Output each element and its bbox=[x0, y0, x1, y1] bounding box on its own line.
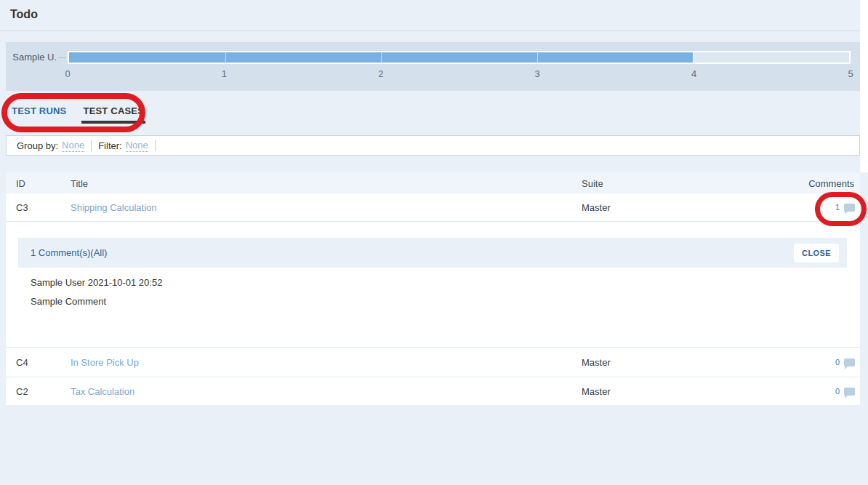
case-title-link[interactable]: Shipping Calculation bbox=[71, 202, 157, 213]
track-gridline bbox=[537, 52, 538, 63]
test-cases-table: ID Title Suite Comments C3 Shipping Calc… bbox=[6, 172, 860, 405]
filter-label: Filter: bbox=[98, 140, 122, 151]
filter-toolbar: Group by: None Filter: None bbox=[6, 135, 860, 156]
tab-bar: TEST RUNS TEST CASES bbox=[10, 105, 145, 124]
track-gridline bbox=[225, 52, 226, 63]
todo-page: Todo Sample U. 012345 TEST RUNS TEST CAS… bbox=[0, 0, 868, 485]
page-header: Todo bbox=[0, 0, 868, 31]
comment-indicator[interactable]: 0 bbox=[835, 387, 855, 396]
comment-bubble-icon bbox=[844, 204, 855, 212]
case-suite: Master bbox=[582, 202, 611, 213]
right-gutter bbox=[860, 0, 868, 172]
track-gridline bbox=[381, 52, 382, 63]
progress-chart: Sample U. 012345 bbox=[6, 42, 860, 91]
group-by-label: Group by: bbox=[17, 140, 58, 151]
case-id: C4 bbox=[16, 357, 28, 368]
x-axis-tick-label: 2 bbox=[378, 68, 383, 79]
x-axis-tick-label: 3 bbox=[535, 68, 540, 79]
toolbar-divider bbox=[91, 140, 92, 151]
case-suite: Master bbox=[582, 357, 611, 368]
comment-panel-title: 1 Comment(s)(All) bbox=[31, 247, 107, 258]
comment-bubble-icon bbox=[844, 388, 855, 396]
column-header-suite: Suite bbox=[582, 177, 603, 188]
x-axis-tick-label: 0 bbox=[65, 68, 70, 79]
case-title-link[interactable]: In Store Pick Up bbox=[71, 357, 139, 368]
comment-bubble-icon bbox=[844, 358, 855, 366]
x-axis-tick-label: 4 bbox=[691, 68, 696, 79]
column-header-title: Title bbox=[71, 177, 88, 188]
comment-body-text: Sample Comment bbox=[31, 296, 106, 307]
table-row: C4 In Store Pick Up Master 0 bbox=[6, 347, 860, 377]
table-row: C2 Tax Calculation Master 0 bbox=[6, 377, 860, 405]
comment-count: 1 bbox=[835, 203, 840, 212]
page-title: Todo bbox=[10, 8, 38, 21]
comment-author-line: Sample User 2021-10-01 20:52 bbox=[31, 277, 162, 288]
case-suite: Master bbox=[582, 386, 611, 397]
case-id: C3 bbox=[16, 202, 28, 213]
group-by-link[interactable]: None bbox=[62, 140, 84, 152]
x-axis-tick-label: 5 bbox=[848, 68, 853, 79]
column-header-id: ID bbox=[16, 177, 25, 188]
toolbar-divider bbox=[155, 140, 156, 151]
close-button[interactable]: CLOSE bbox=[794, 244, 839, 262]
track-gridline bbox=[693, 52, 694, 63]
case-title-link[interactable]: Tax Calculation bbox=[71, 386, 134, 397]
comment-count: 0 bbox=[835, 387, 840, 396]
column-header-comments: Comments bbox=[808, 177, 854, 188]
chart-category-label: Sample U. bbox=[6, 52, 57, 63]
comment-indicator[interactable]: 0 bbox=[835, 358, 855, 366]
case-id: C2 bbox=[16, 386, 28, 397]
comment-panel-header: 1 Comment(s)(All) CLOSE bbox=[18, 238, 847, 268]
table-header: ID Title Suite Comments bbox=[6, 172, 860, 193]
axis-tick-dash bbox=[58, 57, 66, 58]
bar-track bbox=[68, 51, 851, 64]
x-axis-tick-label: 1 bbox=[222, 68, 227, 79]
table-row: C3 Shipping Calculation Master 1 bbox=[6, 193, 860, 222]
comment-count: 0 bbox=[835, 358, 840, 366]
tab-test-cases[interactable]: TEST CASES bbox=[81, 105, 145, 124]
comment-indicator[interactable]: 1 bbox=[835, 203, 855, 212]
tab-test-runs[interactable]: TEST RUNS bbox=[10, 105, 68, 124]
x-axis-labels: 012345 bbox=[68, 68, 851, 81]
filter-link[interactable]: None bbox=[126, 140, 148, 152]
